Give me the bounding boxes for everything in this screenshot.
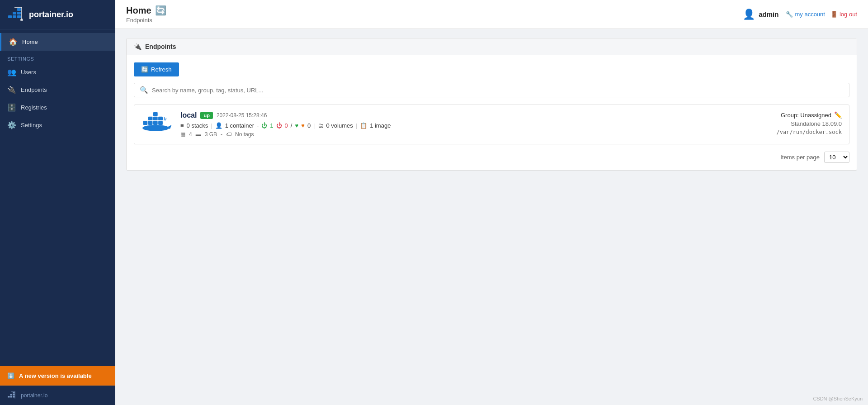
my-account-link[interactable]: 🔧 my account xyxy=(786,11,825,18)
tags-icon: 🏷 xyxy=(226,131,231,138)
stopped-icon: ⏻ xyxy=(276,122,282,129)
running-icon: ⏻ xyxy=(261,122,267,129)
svg-rect-3 xyxy=(13,12,16,14)
settings-icon: ⚙️ xyxy=(7,121,16,129)
pagination-row: Items per page 10 25 50 100 xyxy=(134,152,849,163)
endpoint-meta: ▦ 4 ▬ 3 GB - 🏷 No tags xyxy=(180,131,744,138)
endpoints-icon: 🔌 xyxy=(7,86,16,94)
sidebar-item-users-label: Users xyxy=(21,69,36,76)
home-icon: 🏠 xyxy=(9,38,18,46)
svg-point-8 xyxy=(20,19,23,21)
logout-icon: 🚪 xyxy=(830,11,838,18)
admin-name: admin xyxy=(759,10,778,18)
stopped-count: 0 xyxy=(285,122,288,129)
svg-rect-24 xyxy=(153,112,158,116)
svg-rect-7 xyxy=(14,7,22,8)
stacks-count: 0 stacks xyxy=(187,122,208,129)
svg-point-25 xyxy=(142,125,169,131)
svg-point-27 xyxy=(164,122,165,124)
group-text: Group: Unassigned xyxy=(781,112,831,119)
admin-section: 👤 admin xyxy=(743,9,778,20)
panel-title: Endpoints xyxy=(145,43,176,50)
refresh-button[interactable]: 🔄 Refresh xyxy=(134,62,179,76)
ram-size: 3 GB xyxy=(205,131,217,138)
group-label: Group: Unassigned ✏️ xyxy=(751,111,842,119)
new-version-label: A new version is available xyxy=(19,372,92,379)
topbar-left: Home 🔄 Endpoints xyxy=(126,5,166,24)
health-sep: / xyxy=(291,122,292,129)
footer-logo-text: portainer.io xyxy=(21,392,47,399)
search-input[interactable] xyxy=(152,87,844,94)
sidebar-item-registries-label: Registries xyxy=(21,104,47,111)
sidebar-item-registries[interactable]: 🗄️ Registries xyxy=(0,99,115,116)
standalone-label: Standalone 18.09.0 xyxy=(751,120,842,127)
docker-logo-icon xyxy=(142,111,173,134)
download-icon: ⬇️ xyxy=(7,372,14,379)
container-dash: - xyxy=(257,122,259,129)
sidebar-item-home[interactable]: 🏠 Home xyxy=(0,33,115,51)
svg-rect-15 xyxy=(15,391,15,398)
sidebar-item-settings[interactable]: ⚙️ Settings xyxy=(0,116,115,134)
sidebar-section-settings: SETTINGS xyxy=(0,51,115,63)
items-per-page-select[interactable]: 10 25 50 100 xyxy=(824,152,849,163)
svg-rect-0 xyxy=(8,15,12,18)
page-title: Home 🔄 xyxy=(126,5,166,16)
endpoint-right: Group: Unassigned ✏️ Standalone 18.09.0 … xyxy=(751,111,842,135)
content-area: 🔌 Endpoints 🔄 Refresh 🔍 xyxy=(115,29,868,405)
running-count: 1 xyxy=(270,122,273,129)
panel-body: 🔄 Refresh 🔍 xyxy=(127,55,857,170)
endpoint-card[interactable]: local up 2022-08-25 15:28:46 ≡ 0 stacks … xyxy=(134,105,849,144)
topbar: Home 🔄 Endpoints 👤 admin 🔧 my account 🚪 xyxy=(115,0,868,29)
watermark: CSDN @ShenSeKyun xyxy=(813,396,863,401)
items-per-page-label: Items per page xyxy=(780,154,820,161)
sidebar-item-users[interactable]: 👥 Users xyxy=(0,63,115,81)
svg-rect-1 xyxy=(13,15,16,18)
svg-rect-21 xyxy=(148,117,153,120)
endpoint-name-row: local up 2022-08-25 15:28:46 xyxy=(180,111,744,119)
log-out-link[interactable]: 🚪 log out xyxy=(830,11,857,18)
images-icon: 📋 xyxy=(360,122,367,129)
sidebar-nav: 🏠 Home SETTINGS 👥 Users 🔌 Endpoints 🗄️ R… xyxy=(0,29,115,366)
sidebar: portainer.io 🏠 Home SETTINGS 👥 Users 🔌 E… xyxy=(0,0,115,405)
sidebar-item-home-label: Home xyxy=(22,38,38,45)
refresh-label: Refresh xyxy=(151,66,172,73)
svg-rect-9 xyxy=(8,396,9,397)
volumes-count: 0 volumes xyxy=(326,122,353,129)
svg-rect-14 xyxy=(13,392,14,393)
svg-rect-12 xyxy=(10,394,12,395)
endpoint-datetime: 2022-08-25 15:28:46 xyxy=(217,112,267,119)
svg-rect-5 xyxy=(17,8,21,11)
wrench-icon: 🔧 xyxy=(786,11,793,18)
health-count: 0 xyxy=(307,122,311,129)
container-label: 1 container xyxy=(225,122,254,129)
images-count: 1 image xyxy=(370,122,391,129)
svg-rect-19 xyxy=(153,121,158,125)
svg-rect-20 xyxy=(158,121,163,125)
volumes-icon: 🗂 xyxy=(318,122,324,129)
endpoint-name: local xyxy=(180,111,197,119)
title-refresh-icon[interactable]: 🔄 xyxy=(155,5,166,16)
registries-icon: 🗄️ xyxy=(7,103,16,112)
ram-icon: ▬ xyxy=(196,131,201,138)
sidebar-footer: portainer.io xyxy=(0,386,115,405)
svg-rect-10 xyxy=(10,396,12,397)
search-icon: 🔍 xyxy=(140,86,148,94)
svg-rect-6 xyxy=(21,7,22,20)
svg-rect-23 xyxy=(158,117,163,120)
page-title-text: Home xyxy=(126,5,151,16)
socket-path: /var/run/docker.sock xyxy=(751,129,842,135)
sidebar-item-endpoints[interactable]: 🔌 Endpoints xyxy=(0,81,115,99)
topbar-right: 👤 admin 🔧 my account 🚪 log out xyxy=(743,9,857,20)
search-wrapper: 🔍 xyxy=(134,83,849,97)
users-icon: 👥 xyxy=(7,68,16,76)
new-version-banner[interactable]: ⬇️ A new version is available xyxy=(0,366,115,386)
topbar-links: 🔧 my account 🚪 log out xyxy=(786,11,857,18)
logo-text: portainer.io xyxy=(29,10,73,19)
main-area: Home 🔄 Endpoints 👤 admin 🔧 my account 🚪 xyxy=(115,0,868,405)
breadcrumb: Endpoints xyxy=(126,17,166,24)
edit-group-icon[interactable]: ✏️ xyxy=(834,111,842,119)
svg-rect-13 xyxy=(13,394,14,395)
refresh-icon: 🔄 xyxy=(141,66,148,73)
unhealthy-heart-icon: ♥ xyxy=(301,122,305,129)
footer-logo-icon xyxy=(7,391,17,400)
